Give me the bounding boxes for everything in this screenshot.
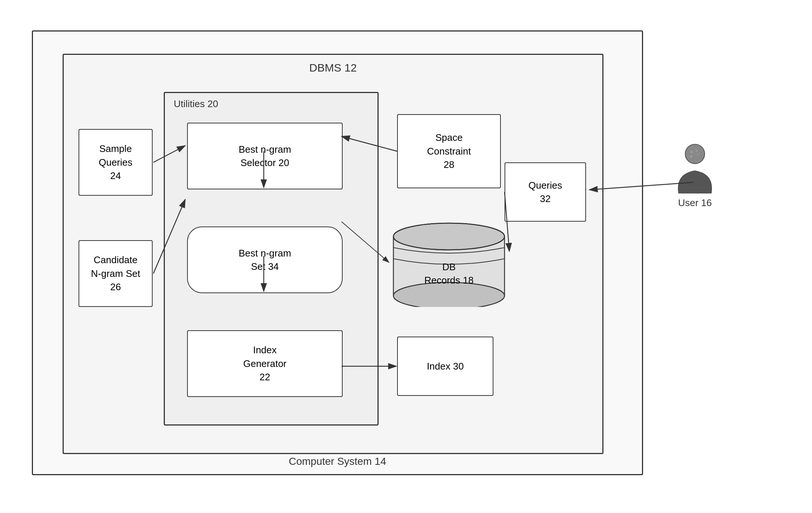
computer-system-label: Computer System 14: [289, 456, 386, 467]
user-icon: [669, 142, 721, 193]
space-constraint-label: SpaceConstraint28: [427, 131, 471, 171]
best-ngram-selector-label: Best n-gramSelector 20: [239, 143, 291, 170]
best-ngram-selector-box: Best n-gramSelector 20: [187, 123, 343, 189]
svg-point-15: [696, 150, 698, 152]
queries-label: Queries32: [528, 179, 562, 206]
diagram-container: Computer System 14 DBMS 12 Utilities 20 …: [17, 16, 795, 497]
svg-point-13: [685, 144, 705, 164]
utilities-label: Utilities 20: [174, 98, 218, 110]
svg-point-16: [696, 153, 700, 156]
index-label: Index 30: [427, 360, 464, 373]
queries-box: Queries32: [505, 162, 586, 222]
best-ngram-set-label: Best n-gramSet 34: [239, 246, 291, 274]
user-figure: User 16: [669, 142, 721, 209]
candidate-ngram-set-box: CandidateN-gram Set26: [79, 240, 153, 307]
space-constraint-box: SpaceConstraint28: [397, 114, 501, 188]
sample-queries-label: SampleQueries24: [99, 142, 132, 182]
utilities-box: Utilities 20 Best n-gramSelector 20 Best…: [164, 92, 379, 426]
dbms-label: DBMS 12: [309, 62, 357, 74]
best-ngram-set-box: Best n-gramSet 34: [187, 226, 343, 293]
candidate-ngram-set-label: CandidateN-gram Set26: [91, 253, 140, 294]
svg-point-17: [690, 155, 692, 158]
index-generator-box: IndexGenerator22: [187, 330, 343, 397]
db-records-cylinder: DBRecords 18: [390, 218, 508, 307]
user-label: User 16: [678, 197, 712, 209]
sample-queries-box: SampleQueries24: [79, 129, 153, 196]
dbms-box: DBMS 12 Utilities 20 Best n-gramSelector…: [63, 54, 603, 454]
svg-point-14: [690, 151, 693, 153]
index-generator-label: IndexGenerator22: [243, 343, 286, 384]
computer-system-box: Computer System 14 DBMS 12 Utilities 20 …: [32, 30, 643, 475]
db-records-label: DBRecords 18: [425, 260, 474, 287]
index-box: Index 30: [397, 337, 493, 396]
